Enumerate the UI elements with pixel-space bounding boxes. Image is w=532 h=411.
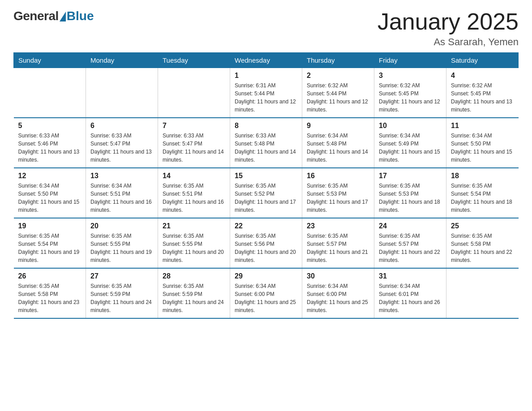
- day-number: 16: [307, 172, 369, 180]
- day-number: 19: [18, 222, 82, 230]
- day-number: 11: [451, 122, 514, 130]
- day-info: Sunrise: 6:35 AM Sunset: 5:57 PM Dayligh…: [307, 232, 369, 264]
- calendar-cell: 22Sunrise: 6:35 AM Sunset: 5:56 PM Dayli…: [230, 218, 302, 268]
- day-info: Sunrise: 6:34 AM Sunset: 5:49 PM Dayligh…: [379, 132, 442, 164]
- calendar-cell: 6Sunrise: 6:33 AM Sunset: 5:47 PM Daylig…: [86, 118, 158, 168]
- day-info: Sunrise: 6:32 AM Sunset: 5:45 PM Dayligh…: [451, 81, 514, 114]
- calendar-cell: 9Sunrise: 6:34 AM Sunset: 5:48 PM Daylig…: [302, 118, 374, 168]
- day-info: Sunrise: 6:35 AM Sunset: 5:53 PM Dayligh…: [379, 182, 442, 214]
- calendar-cell: 12Sunrise: 6:34 AM Sunset: 5:50 PM Dayli…: [14, 168, 86, 218]
- calendar-cell: 4Sunrise: 6:32 AM Sunset: 5:45 PM Daylig…: [446, 68, 519, 118]
- calendar-cell: 10Sunrise: 6:34 AM Sunset: 5:49 PM Dayli…: [374, 118, 446, 168]
- day-number: 28: [163, 272, 225, 280]
- day-number: 8: [235, 122, 297, 130]
- calendar-cell: 5Sunrise: 6:33 AM Sunset: 5:46 PM Daylig…: [14, 118, 86, 168]
- calendar-cell: 2Sunrise: 6:32 AM Sunset: 5:44 PM Daylig…: [302, 68, 374, 118]
- logo-blue-text: Blue: [67, 9, 94, 23]
- day-info: Sunrise: 6:34 AM Sunset: 5:48 PM Dayligh…: [307, 132, 369, 164]
- day-number: 3: [379, 72, 442, 80]
- day-number: 10: [379, 122, 442, 130]
- day-info: Sunrise: 6:33 AM Sunset: 5:47 PM Dayligh…: [163, 132, 225, 164]
- day-info: Sunrise: 6:31 AM Sunset: 5:44 PM Dayligh…: [235, 81, 297, 114]
- calendar-cell: 3Sunrise: 6:32 AM Sunset: 5:45 PM Daylig…: [374, 68, 446, 118]
- day-info: Sunrise: 6:35 AM Sunset: 5:52 PM Dayligh…: [235, 182, 297, 214]
- calendar-cell: [14, 68, 86, 118]
- day-info: Sunrise: 6:34 AM Sunset: 6:00 PM Dayligh…: [307, 282, 369, 314]
- day-info: Sunrise: 6:32 AM Sunset: 5:45 PM Dayligh…: [379, 81, 442, 114]
- day-number: 24: [379, 222, 442, 230]
- day-number: 1: [235, 72, 297, 80]
- calendar-cell: 24Sunrise: 6:35 AM Sunset: 5:57 PM Dayli…: [374, 218, 446, 268]
- day-number: 4: [451, 72, 514, 80]
- day-number: 22: [235, 222, 297, 230]
- calendar-header-row: SundayMondayTuesdayWednesdayThursdayFrid…: [14, 53, 519, 68]
- day-number: 13: [90, 172, 153, 180]
- day-info: Sunrise: 6:35 AM Sunset: 5:58 PM Dayligh…: [451, 232, 514, 264]
- day-info: Sunrise: 6:35 AM Sunset: 5:59 PM Dayligh…: [90, 282, 153, 314]
- day-number: 15: [235, 172, 297, 180]
- calendar-cell: 23Sunrise: 6:35 AM Sunset: 5:57 PM Dayli…: [302, 218, 374, 268]
- day-number: 17: [379, 172, 442, 180]
- day-number: 18: [451, 172, 514, 180]
- day-number: 20: [90, 222, 153, 230]
- calendar-cell: 7Sunrise: 6:33 AM Sunset: 5:47 PM Daylig…: [158, 118, 230, 168]
- day-number: 23: [307, 222, 369, 230]
- calendar-cell: 13Sunrise: 6:34 AM Sunset: 5:51 PM Dayli…: [86, 168, 158, 218]
- calendar-week-row: 1Sunrise: 6:31 AM Sunset: 5:44 PM Daylig…: [14, 68, 519, 118]
- calendar-cell: 29Sunrise: 6:34 AM Sunset: 6:00 PM Dayli…: [230, 268, 302, 318]
- calendar-cell: 25Sunrise: 6:35 AM Sunset: 5:58 PM Dayli…: [446, 218, 519, 268]
- calendar-week-row: 26Sunrise: 6:35 AM Sunset: 5:58 PM Dayli…: [14, 268, 519, 318]
- calendar-week-row: 5Sunrise: 6:33 AM Sunset: 5:46 PM Daylig…: [14, 118, 519, 168]
- day-info: Sunrise: 6:35 AM Sunset: 5:59 PM Dayligh…: [163, 282, 225, 314]
- calendar-cell: 21Sunrise: 6:35 AM Sunset: 5:55 PM Dayli…: [158, 218, 230, 268]
- day-info: Sunrise: 6:34 AM Sunset: 5:50 PM Dayligh…: [18, 182, 82, 214]
- day-info: Sunrise: 6:34 AM Sunset: 6:01 PM Dayligh…: [379, 282, 442, 314]
- calendar-cell: 17Sunrise: 6:35 AM Sunset: 5:53 PM Dayli…: [374, 168, 446, 218]
- day-info: Sunrise: 6:35 AM Sunset: 5:55 PM Dayligh…: [90, 232, 153, 264]
- day-number: 5: [18, 122, 82, 130]
- day-info: Sunrise: 6:35 AM Sunset: 5:57 PM Dayligh…: [379, 232, 442, 264]
- calendar-week-row: 12Sunrise: 6:34 AM Sunset: 5:50 PM Dayli…: [14, 168, 519, 218]
- day-info: Sunrise: 6:35 AM Sunset: 5:55 PM Dayligh…: [163, 232, 225, 264]
- calendar-cell: 11Sunrise: 6:34 AM Sunset: 5:50 PM Dayli…: [446, 118, 519, 168]
- day-info: Sunrise: 6:34 AM Sunset: 5:51 PM Dayligh…: [90, 182, 153, 214]
- day-info: Sunrise: 6:35 AM Sunset: 5:54 PM Dayligh…: [451, 182, 514, 214]
- month-title: January 2025: [378, 9, 519, 34]
- day-info: Sunrise: 6:34 AM Sunset: 5:50 PM Dayligh…: [451, 132, 514, 164]
- day-number: 7: [163, 122, 225, 130]
- day-info: Sunrise: 6:35 AM Sunset: 5:58 PM Dayligh…: [18, 282, 82, 314]
- day-info: Sunrise: 6:34 AM Sunset: 6:00 PM Dayligh…: [235, 282, 297, 314]
- logo-general-text: General: [13, 9, 59, 23]
- location-subtitle: As Sararah, Yemen: [378, 36, 519, 48]
- calendar-cell: 19Sunrise: 6:35 AM Sunset: 5:54 PM Dayli…: [14, 218, 86, 268]
- day-number: 2: [307, 72, 369, 80]
- day-number: 29: [235, 272, 297, 280]
- calendar-cell: 30Sunrise: 6:34 AM Sunset: 6:00 PM Dayli…: [302, 268, 374, 318]
- day-number: 12: [18, 172, 82, 180]
- calendar-cell: 28Sunrise: 6:35 AM Sunset: 5:59 PM Dayli…: [158, 268, 230, 318]
- calendar-cell: 26Sunrise: 6:35 AM Sunset: 5:58 PM Dayli…: [14, 268, 86, 318]
- day-number: 26: [18, 272, 82, 280]
- header-day-wednesday: Wednesday: [230, 53, 302, 68]
- calendar-cell: 31Sunrise: 6:34 AM Sunset: 6:01 PM Dayli…: [374, 268, 446, 318]
- day-info: Sunrise: 6:33 AM Sunset: 5:48 PM Dayligh…: [235, 132, 297, 164]
- header-day-friday: Friday: [374, 53, 446, 68]
- logo-triangle-icon: [60, 12, 66, 21]
- calendar-cell: 20Sunrise: 6:35 AM Sunset: 5:55 PM Dayli…: [86, 218, 158, 268]
- header-day-thursday: Thursday: [302, 53, 374, 68]
- title-area: January 2025 As Sararah, Yemen: [378, 9, 519, 48]
- calendar-cell: 14Sunrise: 6:35 AM Sunset: 5:51 PM Dayli…: [158, 168, 230, 218]
- day-number: 27: [90, 272, 153, 280]
- day-info: Sunrise: 6:35 AM Sunset: 5:53 PM Dayligh…: [307, 182, 369, 214]
- day-number: 9: [307, 122, 369, 130]
- calendar-cell: [158, 68, 230, 118]
- calendar-cell: 16Sunrise: 6:35 AM Sunset: 5:53 PM Dayli…: [302, 168, 374, 218]
- calendar-week-row: 19Sunrise: 6:35 AM Sunset: 5:54 PM Dayli…: [14, 218, 519, 268]
- day-number: 14: [163, 172, 225, 180]
- header-day-monday: Monday: [86, 53, 158, 68]
- calendar-cell: 27Sunrise: 6:35 AM Sunset: 5:59 PM Dayli…: [86, 268, 158, 318]
- day-info: Sunrise: 6:35 AM Sunset: 5:54 PM Dayligh…: [18, 232, 82, 264]
- day-info: Sunrise: 6:35 AM Sunset: 5:51 PM Dayligh…: [163, 182, 225, 214]
- day-number: 21: [163, 222, 225, 230]
- calendar-cell: 18Sunrise: 6:35 AM Sunset: 5:54 PM Dayli…: [446, 168, 519, 218]
